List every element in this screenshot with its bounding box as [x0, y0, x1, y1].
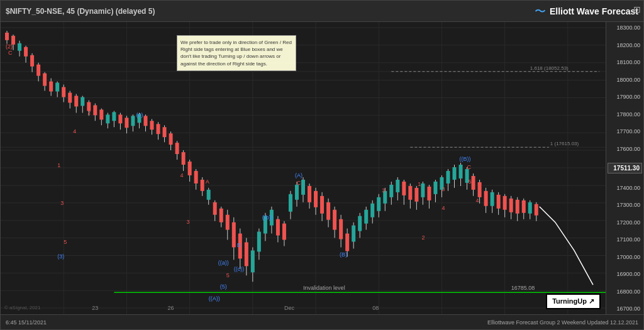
price-17700: 17700.00: [608, 128, 642, 135]
price-17400: 17400.00: [608, 185, 642, 191]
svg-rect-39: [24, 47, 28, 57]
svg-text:Dec: Dec: [284, 305, 295, 311]
svg-text:((A)): ((A)): [209, 295, 220, 302]
svg-rect-163: [414, 188, 418, 202]
svg-text:23: 23: [92, 305, 98, 311]
svg-rect-49: [55, 83, 59, 92]
svg-text:1.618 (18052.53): 1.618 (18052.53): [530, 65, 569, 71]
svg-rect-177: [459, 165, 463, 179]
svg-rect-151: [377, 197, 380, 211]
svg-text:C: C: [8, 50, 13, 56]
svg-rect-175: [452, 167, 456, 180]
svg-rect-101: [219, 209, 223, 223]
svg-rect-51: [62, 87, 65, 97]
svg-rect-99: [213, 202, 217, 215]
svg-text:1: 1: [57, 162, 60, 168]
svg-rect-125: [295, 185, 299, 200]
svg-rect-159: [402, 182, 406, 195]
svg-text:(3): (3): [57, 253, 64, 260]
svg-text:3: 3: [441, 186, 445, 192]
turning-up-text: TurningUp ↗: [552, 297, 594, 305]
maximize-icon[interactable]: ⊡: [633, 4, 641, 14]
logo-area: 〜 Elliott Wave Forecast: [535, 4, 638, 19]
svg-rect-73: [131, 116, 135, 126]
logo-text: Elliott Wave Forecast: [550, 6, 638, 16]
svg-text:1 (17615.03): 1 (17615.03): [550, 141, 579, 146]
svg-text:26: 26: [168, 305, 174, 311]
svg-rect-79: [150, 121, 153, 129]
svg-text:5: 5: [469, 179, 472, 185]
svg-rect-87: [175, 143, 179, 154]
svg-rect-47: [49, 82, 53, 92]
price-18200: 18200.00: [608, 42, 642, 48]
svg-text:5: 5: [64, 239, 67, 246]
svg-text:4: 4: [476, 197, 479, 204]
price-current: 17511.30: [608, 163, 642, 173]
price-18300: 18300.00: [608, 25, 642, 31]
svg-rect-37: [18, 43, 21, 51]
svg-rect-53: [68, 93, 72, 103]
svg-text:08: 08: [372, 305, 379, 311]
chart-svg: (2) C 2 1 4 3 5 (3) (4) 2 4 3 5: [1, 22, 606, 314]
price-17300: 17300.00: [608, 202, 642, 208]
svg-rect-181: [472, 176, 475, 190]
price-17100: 17100.00: [608, 236, 642, 243]
svg-rect-103: [226, 215, 230, 230]
svg-rect-105: [232, 223, 236, 248]
svg-rect-173: [446, 171, 450, 184]
logo-wave-icon: 〜: [535, 4, 546, 19]
chart-title: $NIFTY_50-NSE, 45 (Dynamic) (delayed 5): [6, 7, 155, 16]
svg-rect-127: [301, 180, 305, 195]
svg-text:5: 5: [226, 272, 230, 278]
svg-rect-155: [389, 185, 393, 197]
svg-text:3: 3: [187, 219, 190, 225]
svg-rect-55: [74, 96, 78, 106]
svg-rect-97: [207, 190, 211, 200]
svg-rect-61: [93, 105, 97, 115]
svg-text:((b)): ((b)): [262, 214, 273, 221]
svg-text:4: 4: [73, 128, 76, 135]
watermark-text: © aSIgnal, 2021: [4, 305, 41, 311]
svg-text:C: C: [297, 180, 301, 186]
svg-rect-83: [163, 127, 167, 137]
svg-rect-121: [282, 224, 286, 240]
svg-text:(4): (4): [136, 112, 143, 118]
svg-rect-43: [36, 65, 40, 76]
top-bar: $NIFTY_50-NSE, 45 (Dynamic) (delayed 5) …: [1, 1, 643, 22]
svg-rect-109: [245, 242, 248, 266]
note-text: We prefer to trade only in direction of …: [180, 40, 292, 67]
svg-rect-89: [182, 152, 186, 165]
svg-rect-85: [169, 133, 173, 145]
svg-text:B: B: [237, 242, 241, 248]
price-axis: 18300.00 18200.00 18100.00 18000.00 1790…: [606, 22, 643, 314]
svg-text:4: 4: [180, 172, 184, 179]
svg-text:16785.08: 16785.08: [511, 285, 535, 291]
svg-rect-157: [396, 180, 399, 192]
svg-text:3: 3: [60, 200, 64, 206]
svg-rect-187: [491, 192, 494, 206]
svg-rect-199: [528, 202, 532, 214]
svg-rect-201: [535, 204, 538, 216]
svg-rect-195: [516, 200, 519, 214]
svg-rect-191: [503, 196, 507, 210]
svg-rect-167: [427, 187, 431, 201]
svg-rect-113: [257, 232, 261, 252]
svg-rect-67: [112, 112, 116, 121]
svg-rect-147: [364, 210, 368, 224]
svg-rect-189: [497, 195, 501, 209]
price-16700: 16700.00: [608, 305, 642, 312]
svg-text:(B): (B): [340, 251, 347, 258]
price-17200: 17200.00: [608, 219, 642, 226]
watermark: © aSIgnal, 2021: [4, 305, 41, 311]
svg-rect-133: [320, 196, 324, 214]
svg-rect-41: [30, 55, 34, 67]
svg-rect-95: [201, 180, 204, 191]
svg-text:(A): (A): [295, 172, 303, 179]
svg-rect-129: [308, 186, 311, 202]
svg-text:2: 2: [157, 126, 160, 133]
svg-rect-77: [143, 116, 147, 126]
svg-rect-71: [125, 118, 128, 128]
svg-text:1: 1: [418, 181, 421, 187]
price-17800: 17800.00: [608, 111, 642, 118]
svg-rect-137: [333, 210, 336, 230]
